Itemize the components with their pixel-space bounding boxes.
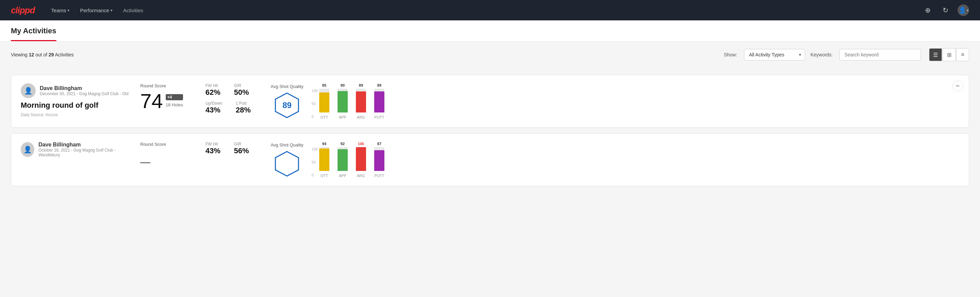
chart-yaxis: 100 50 0 xyxy=(312,89,318,119)
quality-label-2: Avg Shot Quality xyxy=(270,142,304,147)
bar-arg-value: 89 xyxy=(359,83,363,87)
quality-section-2: Avg Shot Quality 100 50 0 xyxy=(270,142,959,178)
activity-title: Morning round of golf xyxy=(21,101,129,110)
hexagon: 89 xyxy=(274,92,301,119)
bar2-app-bg xyxy=(337,147,348,171)
stats-section-2: FW Hit 43% GIR 56% xyxy=(205,142,260,160)
viewing-mid: out of xyxy=(35,52,49,57)
app-logo[interactable]: clippd xyxy=(11,5,35,16)
user-name: Dave Billingham xyxy=(40,85,128,91)
bar-chart-area: 100 50 0 85 OTT 90 xyxy=(312,83,959,119)
edit-button[interactable]: ✏ xyxy=(953,81,963,91)
bar2-app: 92 APP xyxy=(337,142,348,178)
bar-app: 90 APP xyxy=(337,83,348,119)
bar2-putt-value: 87 xyxy=(377,142,381,146)
bar-app-bg xyxy=(337,89,348,112)
bar-app-fill xyxy=(337,91,348,112)
view-toggle: ☰ ⊞ ≡ xyxy=(929,48,969,61)
nav-performance-chevron: ▾ xyxy=(111,8,112,12)
bar-ott-label: OTT xyxy=(321,115,328,119)
hexagon-2-svg xyxy=(274,150,301,177)
bar2-putt: 87 PUTT xyxy=(374,142,384,178)
bar-app-value: 90 xyxy=(340,83,345,87)
bar-ott-bg xyxy=(319,89,329,112)
avatar-chevron: ▾ xyxy=(967,8,969,12)
search-input[interactable] xyxy=(839,49,921,61)
activity-card-2: 👤 Dave Billingham October 16, 2021 - Gog… xyxy=(11,133,969,186)
bar-arg-fill xyxy=(356,91,366,112)
y2-100: 100 xyxy=(312,147,318,151)
bar2-arg-label: ARG xyxy=(357,174,365,178)
navbar: clippd Teams ▾ Performance ▾ Activities … xyxy=(0,0,980,21)
bar2-app-value: 92 xyxy=(340,142,345,146)
stat-gir-value: 50% xyxy=(234,88,249,97)
y2-0: 0 xyxy=(312,173,318,177)
user-date-2: October 16, 2021 - Gog Magog Golf Club -… xyxy=(38,148,129,157)
bar-arg-label: ARG xyxy=(357,115,365,119)
bar2-ott-value: 94 xyxy=(322,142,326,146)
bars-2: 94 OTT 92 APP xyxy=(319,142,384,178)
activity-card: 👤 Dave Billingham December 05, 2021 - Go… xyxy=(11,75,969,128)
refresh-button[interactable]: ↻ xyxy=(940,5,951,16)
score-section-2: Round Score xyxy=(140,142,194,163)
nav-performance-label: Performance xyxy=(80,8,109,13)
keywords-label: Keywords: xyxy=(811,52,833,57)
nav-icons: ⊕ ↻ 👤 ▾ xyxy=(922,5,969,16)
user-avatar-icon: 👤 xyxy=(24,87,33,95)
holes-text: 18 Holes xyxy=(166,102,183,107)
activity-type-select[interactable]: All Activity Types xyxy=(744,49,805,61)
stat-gir-label: GIR xyxy=(234,83,249,88)
stat2-gir-value: 56% xyxy=(234,147,249,155)
bar-ott-fill xyxy=(319,93,329,113)
user-row-2: 👤 Dave Billingham October 16, 2021 - Gog… xyxy=(21,142,129,157)
avatar-icon: 👤 xyxy=(959,6,966,14)
user-info-2: Dave Billingham October 16, 2021 - Gog M… xyxy=(38,142,129,157)
nav-performance[interactable]: Performance ▾ xyxy=(80,6,112,14)
card-left-2: 👤 Dave Billingham October 16, 2021 - Gog… xyxy=(21,142,129,160)
stat-fw-hit-label: FW Hit xyxy=(205,83,220,88)
card-left: 👤 Dave Billingham December 05, 2021 - Go… xyxy=(21,83,129,117)
bar2-putt-bg xyxy=(374,147,384,171)
chart-wrapper-2: 100 50 0 94 OTT 92 xyxy=(312,142,959,178)
bar-app-label: APP xyxy=(339,115,346,119)
bar-putt-label: PUTT xyxy=(375,115,384,119)
bar2-arg-value: 106 xyxy=(358,142,364,146)
y2-50: 50 xyxy=(312,160,318,164)
score-section: Round Score 74 +4 18 Holes xyxy=(140,83,194,112)
hexagon-container: 89 xyxy=(270,92,304,119)
nav-teams[interactable]: Teams ▾ xyxy=(51,6,69,14)
bar2-arg-fill xyxy=(356,147,366,171)
bar-chart-area-2: 100 50 0 94 OTT 92 xyxy=(312,142,959,178)
bar-putt-value: 89 xyxy=(377,83,381,87)
stat-1putt: 1 Putt 28% xyxy=(235,101,251,115)
y-0: 0 xyxy=(312,115,318,118)
quality-label: Avg Shot Quality xyxy=(270,84,304,89)
filter-bar: Viewing 12 out of 29 Activities Show: Al… xyxy=(0,42,980,68)
bar-arg-bg xyxy=(356,89,366,112)
nav-activities[interactable]: Activities xyxy=(123,6,143,14)
view-list-wide-button[interactable]: ≡ xyxy=(956,48,969,61)
stat-updown: Up/Down 43% xyxy=(205,101,222,115)
round-score-label-2: Round Score xyxy=(140,142,194,147)
stat-1putt-label: 1 Putt xyxy=(235,101,251,106)
round-score-label: Round Score xyxy=(140,83,194,88)
avatar[interactable]: 👤 ▾ xyxy=(958,5,969,16)
bar2-ott-fill xyxy=(319,148,329,171)
nav-activities-label: Activities xyxy=(123,8,143,13)
score-badge: +4 xyxy=(166,94,183,100)
bar2-ott-bg xyxy=(319,147,329,171)
user-info: Dave Billingham December 05, 2021 - Gog … xyxy=(40,85,128,96)
page-title: My Activities xyxy=(11,21,56,41)
view-list-compact-button[interactable]: ☰ xyxy=(929,48,942,61)
nav-teams-label: Teams xyxy=(51,8,66,13)
view-grid-button[interactable]: ⊞ xyxy=(943,48,956,61)
stat2-gir-label: GIR xyxy=(234,142,249,147)
data-source: Data Source: Arccos xyxy=(21,112,129,117)
stat-updown-value: 43% xyxy=(205,106,222,115)
bar-putt-fill xyxy=(374,91,384,112)
stats-section: FW Hit 62% GIR 50% Up/Down 43% 1 Putt 28… xyxy=(205,83,260,118)
stat2-gir: GIR 56% xyxy=(234,142,249,155)
add-button[interactable]: ⊕ xyxy=(922,5,933,16)
hexagon-number: 89 xyxy=(283,101,292,110)
bar2-arg: 106 ARG xyxy=(356,142,366,178)
